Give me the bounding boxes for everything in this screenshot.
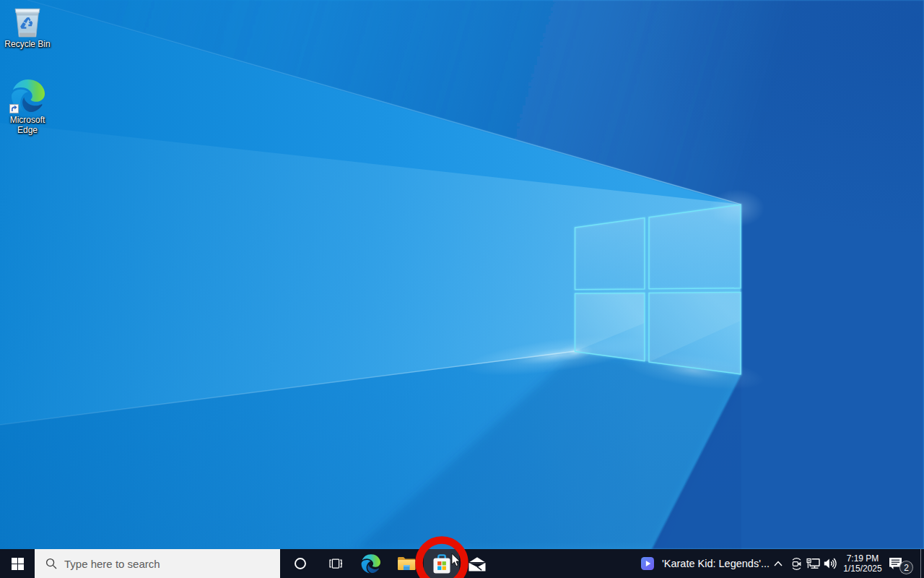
microsoft-store-icon <box>432 553 451 574</box>
mouse-cursor <box>451 553 461 567</box>
volume-icon <box>824 558 837 569</box>
tray-meet-now[interactable] <box>788 549 805 578</box>
tray-network[interactable] <box>804 549 821 578</box>
tray-volume[interactable] <box>821 549 839 578</box>
media-title: 'Karate Kid: Legends'... <box>662 558 770 569</box>
notification-badge: 2 <box>899 561 913 574</box>
task-view-icon <box>329 558 342 569</box>
taskbar-button-mail[interactable] <box>459 549 494 578</box>
media-play-icon <box>641 557 654 570</box>
meet-now-icon <box>790 558 803 570</box>
shortcut-arrow-icon <box>9 104 19 113</box>
mail-icon <box>468 556 486 571</box>
windows-desktop: Recycle Bin MicrosoftEdge <box>0 0 924 578</box>
taskbar-button-task-view[interactable] <box>318 549 353 578</box>
search-input[interactable] <box>64 558 252 570</box>
taskbar-button-microsoft-edge[interactable] <box>353 549 388 578</box>
desktop-wallpaper <box>0 0 924 549</box>
start-button[interactable] <box>0 549 35 578</box>
taskbar-button-cortana[interactable] <box>282 549 318 578</box>
clock-time: 7:19 PM <box>847 553 879 564</box>
network-icon <box>806 558 820 569</box>
microsoft-edge-taskbar-icon <box>361 553 380 574</box>
recycle-bin-icon <box>13 6 42 38</box>
clock-date: 1/15/2025 <box>843 564 881 574</box>
tray-clock[interactable]: 7:19 PM 1/15/2025 <box>840 549 885 578</box>
windows-start-icon <box>12 558 24 570</box>
taskbar-search-box[interactable] <box>35 549 280 578</box>
cortana-icon <box>294 557 307 570</box>
file-explorer-icon <box>397 556 416 571</box>
action-center-button[interactable]: 2 <box>886 549 915 578</box>
desktop-icon-label: MicrosoftEdge <box>0 115 55 135</box>
search-icon <box>45 558 57 569</box>
chevron-up-icon <box>774 561 783 566</box>
taskbar-button-file-explorer[interactable] <box>388 549 424 578</box>
show-desktop-button[interactable] <box>920 549 924 578</box>
desktop-icon-label: Recycle Bin <box>0 39 55 49</box>
desktop-icon-microsoft-edge[interactable]: MicrosoftEdge <box>0 78 55 135</box>
tray-show-hidden-icons[interactable] <box>770 549 787 578</box>
taskbar-media-widget[interactable]: 'Karate Kid: Legends'... <box>632 549 777 578</box>
taskbar: 'Karate Kid: Legends'... <box>0 549 924 578</box>
desktop-icon-recycle-bin[interactable]: Recycle Bin <box>0 6 55 49</box>
